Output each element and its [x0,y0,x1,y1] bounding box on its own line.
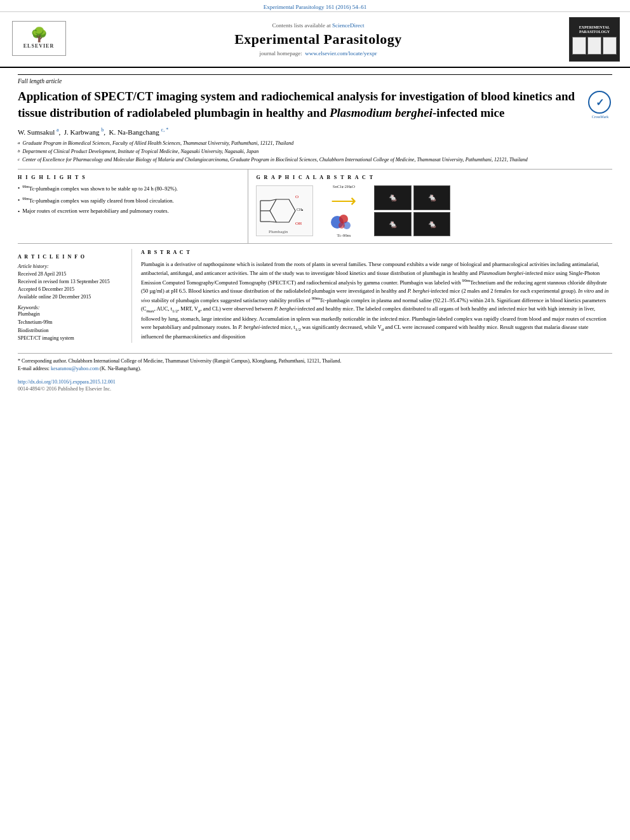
highlight-3: • Major routes of excretion were hepatob… [18,208,240,216]
plumbagin-svg: O OH CH₃ Plumbagin [257,187,312,235]
mouse-img-bottom-right: 🐁 [413,212,451,237]
author-2-sup: b [101,127,104,133]
highlight-1-text: 99mTc-plumbagin complex was shown to be … [22,184,178,193]
journal-cover-thumbnail: EXPERIMENTALPARASITOLOGY [569,17,620,62]
thumb-img-3 [603,37,617,55]
crossmark-label: CrossMark [588,115,612,119]
copyright-line: 0014-4894/© 2016 Published by Elsevier I… [18,386,612,392]
affil-3: c Center of Excellence for Pharmacology … [18,156,612,164]
author-1-sup: a [57,127,59,133]
email-link[interactable]: kesaranou@yahoo.com [51,366,98,371]
keywords-list: Plumbagin Technetium-99m Biodistribution… [18,310,123,343]
svg-point-15 [338,222,345,229]
thumb-images [572,37,617,55]
reaction-arrow-area: SnCl₂·2H₂O ⟶ Tc-99m [318,184,369,238]
graphical-area: O OH CH₃ Plumbagin SnCl₂·2H₂O [256,184,612,238]
abstract-label: A B S T R A C T [141,249,612,257]
footnote-section: * Corresponding author. Chulabhorn Inter… [18,353,612,373]
journal-header-center: Contents lists available at ScienceDirec… [74,22,563,57]
affil-1-text: Graduate Program in Biomedical Sciences,… [23,140,294,147]
highlights-column: H I G H L I G H T S • 99mTc-plumbagin co… [18,170,248,243]
article-info-label: A R T I C L E I N F O [18,254,123,260]
svg-marker-0 [270,199,295,222]
svg-text:OH: OH [295,221,302,226]
homepage-link[interactable]: www.elsevier.com/locate/yexpr [305,50,377,57]
highlight-1: • 99mTc-plumbagin complex was shown to b… [18,184,240,193]
title-section: Application of SPECT/CT imaging system a… [18,88,612,121]
abstract-column: A B S T R A C T Plumbagin is a derivativ… [132,249,612,343]
affil-3-sup: c [18,156,20,164]
sciencedirect-link[interactable]: ScienceDirect [332,22,364,29]
affil-1-sup: a [18,140,20,147]
logo-box: 🌳 ELSEVIER [12,21,66,56]
article-history-label: Article history: [18,263,123,269]
reaction-reagent-label: SnCl₂·2H₂O [333,184,355,189]
svg-text:CH₃: CH₃ [297,208,304,211]
author-1: W. Sumsakul [18,128,55,136]
tc99m-sphere-svg [328,213,359,232]
doi-section: http://dx.doi.org/10.1016/j.exppara.2015… [18,379,612,385]
svg-line-4 [270,222,276,222]
tree-logo-icon: 🌳 [30,28,48,42]
journal-title: Experimental Parasitology [74,31,563,48]
mouse-icon-1: 🐁 [388,193,398,203]
keywords-section: Keywords: Plumbagin Technetium-99m Biodi… [18,305,123,343]
plumbagin-structure-diagram: O OH CH₃ Plumbagin [256,185,313,236]
received-date: Received 28 April 2015 [18,270,123,278]
abstract-italic-5: P. berghei [274,305,296,312]
received-revised-date: Received in revised form 13 September 20… [18,278,123,286]
article-type: Full length article [18,74,612,84]
article-title: Application of SPECT/CT imaging system a… [18,88,582,121]
affil-2-sup: b [18,148,20,156]
corresponding-prefix: * Corresponding author. Chulabhorn Inter… [18,358,341,364]
forward-arrow-icon: ⟶ [331,190,356,211]
email-note: (K. Na-Bangchang). [100,366,141,371]
author-2: J. Karbwang [64,128,100,136]
bullet-1: • [18,184,20,193]
arrow-line: ⟶ [331,190,356,211]
elsevier-logo: 🌳 ELSEVIER [10,21,67,58]
thumb-journal-title: EXPERIMENTALPARASITOLOGY [578,24,612,36]
journal-citation: Experimental Parasitology 161 (2016) 54–… [264,4,366,10]
abstract-italic-1: Plasmodium berghei [479,270,523,276]
author-3: K. Na-Bangchang [109,128,159,136]
article-info-column: A R T I C L E I N F O Article history: R… [18,249,132,343]
bullet-2: • [18,196,20,205]
online-date: Available online 20 December 2015 [18,293,123,301]
svg-text:Plumbagin: Plumbagin [269,229,288,234]
highlight-3-text: Major routes of excretion were hepatobil… [22,208,169,216]
journal-top-bar: Experimental Parasitology 161 (2016) 54–… [0,0,630,12]
mice-spect-images: 🐁 🐁 🐁 🐁 [374,185,450,236]
abstract-italic-2: P. berghei [408,288,429,294]
affil-2-text: Department of Clinical Product Developme… [23,148,259,156]
mouse-icon-2: 🐁 [427,193,437,203]
highlight-2-text: 99mTc-plumbagin complex was rapidly clea… [22,196,174,205]
mouse-img-top-right: 🐁 [413,185,451,210]
keyword-1: Plumbagin [18,310,123,319]
graphical-abstract-label: G R A P H I C A L A B S T R A C T [256,175,612,180]
keyword-4: SPECT/CT imaging system [18,335,123,343]
email-line: E-mail address: kesaranou@yahoo.com (K. … [18,365,612,373]
affiliations: a Graduate Program in Biomedical Science… [18,140,612,164]
sciencedirect-prefix: Contents lists available at [272,22,331,29]
email-label: E-mail address: [18,366,50,371]
abstract-body: Plumbagin is a derivative of napthoquino… [141,260,612,341]
bullet-3: • [18,208,20,216]
homepage-prefix: journal homepage: [259,50,302,57]
title-italic: Plasmodium berghei [330,106,432,119]
mouse-icon-infected-1: 🐁 [388,220,398,229]
crossmark-icon: ✓ [588,91,611,114]
affil-3-text: Center of Excellence for Pharmacology an… [22,156,528,164]
tc99m-label: Tc-99m [328,213,359,238]
affil-2: b Department of Clinical Product Develop… [18,148,612,156]
title-text-part2: -infected mice [432,106,504,119]
abstract-italic-6: P. berghei [238,324,260,330]
keyword-3: Biodistribution [18,327,123,335]
thumb-img-2 [587,37,601,55]
article-info-abstract-section: A R T I C L E I N F O Article history: R… [18,249,612,343]
crossmark-badge[interactable]: ✓ CrossMark [588,91,612,115]
svg-text:O: O [295,194,298,199]
doi-link[interactable]: http://dx.doi.org/10.1016/j.exppara.2015… [18,379,612,385]
corresponding-author-note: * Corresponding author. Chulabhorn Inter… [18,357,612,365]
keyword-2: Technetium-99m [18,319,123,327]
